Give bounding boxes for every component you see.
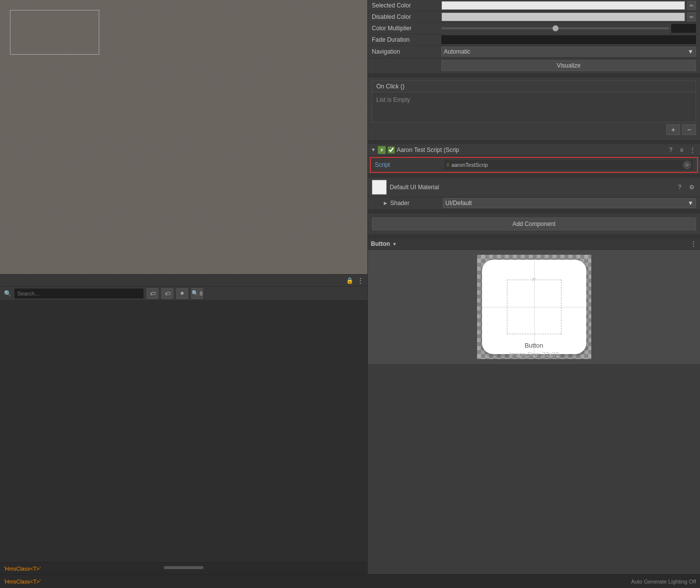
- section-gap-5: [368, 234, 700, 238]
- filter-icon-btn[interactable]: 🔍 8: [191, 288, 203, 299]
- disabled-color-row: Disabled Color ✏: [368, 11, 700, 23]
- navigation-dropdown-arrow: ▼: [688, 48, 694, 55]
- label-icon-btn[interactable]: 🏷: [161, 288, 173, 299]
- color-multiplier-row: Color Multiplier 1: [368, 23, 700, 34]
- script-field-label: Script: [375, 161, 444, 168]
- collapse-triangle-icon[interactable]: ▶: [384, 201, 387, 206]
- script-dots-btn[interactable]: ⋮: [688, 146, 697, 154]
- material-title: Default UI Material: [390, 184, 672, 191]
- button-dropdown-arrow-icon[interactable]: ▼: [392, 241, 397, 247]
- scene-canvas-rect: [10, 10, 99, 55]
- shader-row: ▶ Shader UI/Default ▼: [368, 197, 700, 210]
- star-icon-btn[interactable]: ★: [176, 288, 188, 299]
- main-layout: 🔒 ⋮ 🔍 🏷 🏷 ★ 🔍 8 'HmsClass<T>' Sel: [0, 0, 700, 574]
- on-click-section: On Click () List is Empty + −: [372, 80, 696, 137]
- navigation-dropdown[interactable]: Automatic ▼: [441, 47, 696, 57]
- button-preview-area: Button Image Size: 32x32: [368, 250, 700, 364]
- button-image-size-label: Image Size: 32x32: [477, 351, 591, 358]
- script-name-text: aaronTestScrip: [451, 162, 681, 168]
- lock-icon: 🔒: [346, 277, 353, 284]
- navigation-label: Navigation: [372, 48, 441, 55]
- navigation-dropdown-value: Automatic: [444, 48, 470, 55]
- navigation-value: Automatic ▼: [441, 47, 696, 57]
- scene-canvas: [0, 0, 367, 274]
- script-component-title: Aaron Test Script (Scrip: [397, 147, 664, 153]
- tag-icon-btn[interactable]: 🏷: [146, 288, 158, 299]
- script-help-btn[interactable]: ?: [666, 146, 675, 154]
- material-row: Default UI Material ? ⚙: [368, 178, 700, 197]
- on-click-body: List is Empty: [372, 92, 696, 122]
- fade-duration-input[interactable]: 0.1: [441, 35, 696, 44]
- material-swatch[interactable]: [372, 180, 387, 195]
- scene-view: 🔒 ⋮ 🔍 🏷 🏷 ★ 🔍 8 'HmsClass<T>': [0, 0, 367, 574]
- corner-tl: [533, 278, 536, 281]
- status-text: 'HmsClass<T>': [4, 566, 41, 572]
- disabled-color-value: ✏: [441, 12, 696, 21]
- search-input[interactable]: [14, 289, 143, 298]
- selected-color-label: Selected Color: [372, 2, 441, 9]
- material-help-btn[interactable]: ?: [675, 183, 684, 192]
- material-settings-btn[interactable]: ⚙: [687, 183, 696, 192]
- script-field-row: Script # aaronTestScrip ⊙: [370, 157, 698, 173]
- on-click-footer: + −: [372, 122, 696, 137]
- section-gap-2: [368, 140, 700, 144]
- bottom-bar: 'HmsClass<T>' Auto Generate Lighting Off: [0, 574, 700, 588]
- button-preview-white: [482, 260, 586, 354]
- selected-color-value: ✏: [441, 1, 696, 10]
- fade-duration-value: 0.1: [441, 35, 696, 44]
- disabled-eyedropper-btn[interactable]: ✏: [687, 12, 696, 21]
- script-hash-symbol: #: [446, 162, 449, 168]
- filter-count: 8: [200, 291, 203, 296]
- remove-event-button[interactable]: −: [682, 124, 696, 135]
- button-preview-container: Button Image Size: 32x32: [477, 255, 591, 359]
- bottom-status-bar: 'HmsClass<T>': [0, 562, 367, 574]
- bottom-right-text: Auto Generate Lighting Off: [631, 579, 696, 585]
- guide-corners: [507, 280, 561, 334]
- scroll-thumb[interactable]: [164, 566, 204, 569]
- script-target-btn[interactable]: ⊙: [683, 161, 691, 169]
- color-multiplier-slider[interactable]: [441, 27, 669, 29]
- collapse-arrow-icon[interactable]: ▼: [371, 147, 376, 152]
- section-gap-4: [368, 210, 700, 214]
- selected-eyedropper-btn[interactable]: ✏: [687, 1, 696, 10]
- button-preview-label: Button: [477, 342, 591, 349]
- section-gap-3: [368, 174, 700, 178]
- script-enabled-checkbox[interactable]: [388, 147, 395, 153]
- color-multiplier-label: Color Multiplier: [372, 25, 441, 32]
- button-section-dots-icon[interactable]: ⋮: [690, 240, 697, 248]
- hierarchy-panel: 'HmsClass<T>': [0, 300, 367, 574]
- disabled-color-swatch[interactable]: [441, 12, 685, 21]
- shader-dropdown-arrow: ▼: [688, 200, 694, 207]
- button-section-label: Button: [371, 240, 390, 247]
- on-click-empty-text: List is Empty: [376, 96, 410, 103]
- button-section-header: Button ▼ ⋮: [368, 238, 700, 250]
- dots-menu-icon[interactable]: ⋮: [357, 277, 363, 284]
- filter-label: 🔍: [192, 290, 199, 296]
- scene-lock-bar: 🔒 ⋮: [0, 274, 367, 286]
- on-click-header: On Click (): [372, 80, 696, 92]
- color-multiplier-value: 1: [441, 24, 696, 33]
- section-gap-1: [368, 74, 700, 77]
- visualize-row: Visualize: [368, 58, 700, 74]
- inspector-panel: Selected Color ✏ Disabled Color ✏ Color …: [367, 0, 700, 574]
- add-event-button[interactable]: +: [666, 124, 680, 135]
- search-icon: 🔍: [4, 290, 11, 297]
- bottom-status-text: 'HmsClass<T>': [4, 579, 41, 585]
- scene-toolbar: 🔍 🏷 🏷 ★ 🔍 8: [0, 286, 367, 300]
- script-settings-btn[interactable]: ≡: [677, 146, 686, 154]
- script-component-header: ▼ # Aaron Test Script (Scrip ? ≡ ⋮: [368, 144, 700, 156]
- color-multiplier-number[interactable]: 1: [671, 24, 696, 33]
- visualize-button[interactable]: Visualize: [441, 60, 696, 71]
- shader-value: UI/Default: [445, 200, 472, 207]
- fade-duration-row: Fade Duration 0.1: [368, 34, 700, 46]
- fade-duration-label: Fade Duration: [372, 36, 441, 43]
- script-hash-icon: #: [378, 146, 386, 154]
- add-component-button[interactable]: Add Component: [372, 218, 696, 230]
- script-field-value: # aaronTestScrip ⊙: [444, 160, 693, 170]
- selected-color-row: Selected Color ✏: [368, 0, 700, 11]
- shader-dropdown[interactable]: UI/Default ▼: [443, 198, 696, 208]
- shader-label: Shader: [390, 200, 440, 207]
- navigation-row: Navigation Automatic ▼: [368, 46, 700, 58]
- selected-color-swatch[interactable]: [441, 1, 685, 10]
- disabled-color-label: Disabled Color: [372, 13, 441, 20]
